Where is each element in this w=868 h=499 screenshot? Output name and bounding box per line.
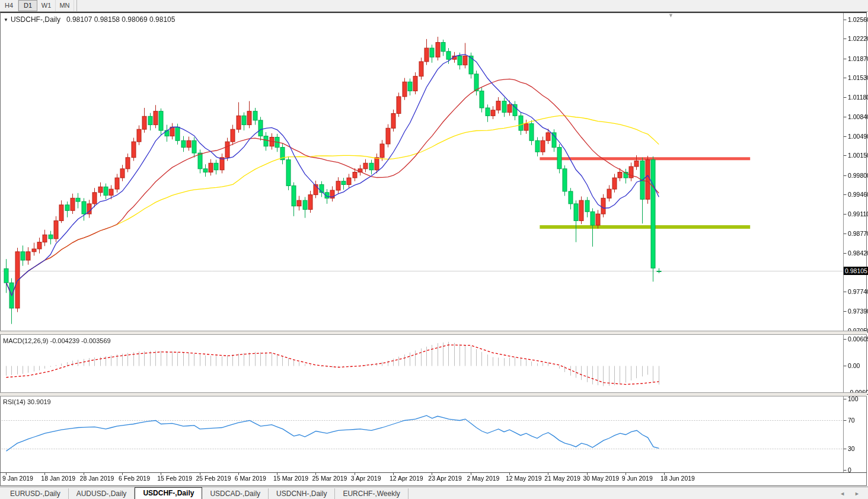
tab-scroll-left-icon[interactable]: ◄ — [840, 488, 845, 499]
macd-axis-label: 0.006058 — [848, 335, 868, 343]
chart-title: ▼USDCHF-,Daily0.98107 0.98158 0.98069 0.… — [4, 15, 175, 24]
price-axis-label: 1.02220 — [848, 35, 868, 42]
tab-scroll-right-icon[interactable]: ► — [854, 488, 860, 499]
terminal-root: H4D1W1MN ▼USDCHF-,Daily0.98107 0.98158 0… — [0, 0, 868, 499]
chart-ohlc-values: 0.98107 0.98158 0.98069 0.98105 — [66, 15, 175, 24]
macd-axis-label: 0.00 — [848, 362, 860, 369]
price-axis-label: 0.97390 — [848, 308, 868, 315]
date-axis-label: 21 May 2019 — [544, 475, 580, 482]
chart-tabs-bar: EURUSD-,DailyAUDUSD-,DailyUSDCHF-,DailyU… — [0, 487, 868, 499]
price-axis-label: 1.01180 — [848, 94, 868, 101]
price-axis-label: 1.00150 — [848, 152, 868, 159]
date-axis-label: 25 Feb 2019 — [196, 475, 231, 482]
date-axis-label: 15 Feb 2019 — [157, 475, 192, 482]
tab-eurusd-daily[interactable]: EURUSD-,Daily — [2, 488, 69, 499]
date-axis-label: 25 Mar 2019 — [312, 475, 347, 482]
date-axis-label: 9 Jun 2019 — [622, 475, 653, 482]
date-axis-label: 23 Apr 2019 — [428, 475, 462, 482]
tab-usdcad-daily[interactable]: USDCAD-,Daily — [202, 488, 269, 499]
date-axis-label: 15 Mar 2019 — [273, 475, 308, 482]
macd-indicator-name: MACD(12,26,9) — [3, 337, 48, 344]
chart-shift-marker[interactable]: ▼ — [668, 13, 674, 18]
price-axis-label: 1.02560 — [848, 16, 868, 23]
panel-splitter-rsi[interactable] — [0, 392, 867, 396]
price-axis-label: 0.98420 — [848, 250, 868, 257]
price-axis-label: 1.00840 — [848, 113, 868, 120]
macd-label: MACD(12,26,9) -0.004239 -0.003569 — [3, 337, 111, 344]
date-axis-label: 30 May 2019 — [583, 475, 620, 482]
date-axis-label: 9 Jan 2019 — [2, 475, 33, 482]
price-axis-label: 0.99800 — [848, 172, 868, 179]
price-axis-label: 0.98770 — [848, 230, 868, 237]
date-axis-label: 6 Feb 2019 — [119, 475, 150, 482]
current-price-tag: 0.98105 — [844, 267, 868, 275]
rsi-axis-label: 30 — [848, 445, 855, 452]
macd-indicator-values: -0.004239 -0.003569 — [50, 337, 110, 344]
date-axis-label: 18 Jun 2019 — [660, 475, 695, 482]
chart-plot-canvas[interactable] — [0, 0, 868, 499]
date-axis-label: 12 May 2019 — [506, 475, 542, 482]
rsi-axis-label: 70 — [848, 417, 855, 424]
price-axis-label: 0.99460 — [848, 191, 868, 198]
tab-eurchf-weekly[interactable]: EURCHF-,Weekly — [335, 488, 408, 499]
price-axis-label: 1.00490 — [848, 133, 868, 140]
price-axis-label: 0.97740 — [848, 288, 868, 295]
tab-usdcnh-daily[interactable]: USDCNH-,Daily — [269, 488, 335, 499]
price-axis-label: 1.01870 — [848, 55, 868, 62]
rsi-label: RSI(14) 30.9019 — [3, 398, 51, 405]
price-axis-label: 0.99110 — [848, 210, 868, 217]
date-axis-label: 12 Apr 2019 — [390, 475, 423, 482]
rsi-indicator-name: RSI(14) — [3, 398, 25, 405]
date-axis-label: 6 Mar 2019 — [235, 475, 266, 482]
tab-usdchf-daily[interactable]: USDCHF-,Daily — [135, 487, 202, 499]
symbol-dropdown-icon: ▼ — [4, 17, 8, 23]
tab-audusd-daily[interactable]: AUDUSD-,Daily — [69, 488, 135, 499]
date-axis-label: 28 Jan 2019 — [80, 475, 114, 482]
date-axis-label: 2 May 2019 — [467, 475, 500, 482]
chart-symbol-label: USDCHF-,Daily — [11, 15, 60, 24]
date-axis-border — [0, 472, 867, 473]
panel-splitter-macd[interactable] — [0, 331, 867, 335]
price-axis-border — [843, 13, 844, 472]
date-axis-label: 3 Apr 2019 — [351, 475, 381, 482]
price-axis-label: 1.01530 — [848, 74, 868, 81]
rsi-indicator-value: 30.9019 — [27, 398, 51, 405]
date-axis-label: 18 Jan 2019 — [41, 475, 75, 482]
tab-scroll-arrows: ◄► — [840, 487, 860, 499]
